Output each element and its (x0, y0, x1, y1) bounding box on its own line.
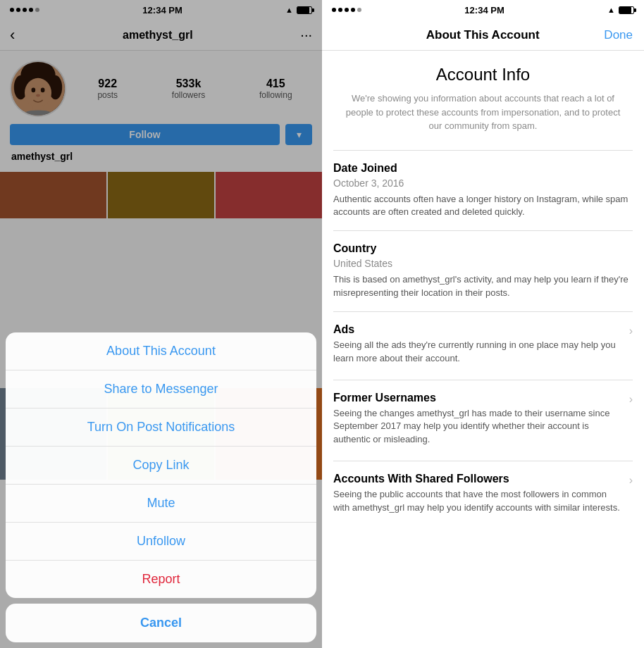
action-unfollow[interactable]: Unfollow (6, 523, 316, 561)
shared-followers-header: Accounts With Shared Followers Seeing th… (333, 473, 633, 515)
date-joined-value: October 3, 2016 (333, 177, 633, 189)
ads-title: Ads (333, 323, 624, 336)
shared-followers-text-group: Accounts With Shared Followers Seeing th… (333, 473, 624, 515)
right-signal-dots (332, 8, 361, 12)
section-date-joined: Date Joined October 3, 2016 Authentic ac… (333, 150, 633, 231)
action-group-main: About This Account Share to Messenger Tu… (6, 332, 316, 598)
right-time: 12:34 PM (464, 5, 504, 15)
right-panel: 12:34 PM ▲ About This Account Done Accou… (322, 0, 644, 648)
right-status-icons: ▲ (607, 6, 634, 14)
right-battery-icon (619, 6, 634, 14)
section-former-usernames[interactable]: Former Usernames Seeing the changes amet… (333, 380, 633, 461)
done-button[interactable]: Done (604, 28, 633, 42)
cancel-button[interactable]: Cancel (6, 604, 316, 642)
ads-chevron: › (629, 325, 633, 337)
action-copy-link[interactable]: Copy Link (6, 447, 316, 485)
left-panel: 12:34 PM ▲ ‹ amethyst_grl ··· (0, 0, 322, 648)
right-status-bar: 12:34 PM ▲ (322, 0, 644, 20)
former-usernames-header: Former Usernames Seeing the changes amet… (333, 392, 633, 447)
right-wifi-icon: ▲ (607, 6, 615, 14)
account-info-description: We're showing you information about acco… (333, 92, 633, 133)
country-desc: This is based on amethyst_grl's activity… (333, 273, 633, 300)
action-sheet: About This Account Share to Messenger Tu… (0, 332, 322, 648)
action-about-account[interactable]: About This Account (6, 332, 316, 370)
former-usernames-text-group: Former Usernames Seeing the changes amet… (333, 392, 624, 447)
ads-desc: Seeing all the ads they're currently run… (333, 339, 624, 366)
action-sheet-overlay: About This Account Share to Messenger Tu… (0, 0, 322, 648)
former-usernames-chevron: › (629, 393, 633, 406)
section-ads[interactable]: Ads Seeing all the ads they're currently… (333, 311, 633, 380)
account-info-title: Account Info (333, 65, 633, 85)
former-usernames-desc: Seeing the changes amethyst_grl has made… (333, 407, 624, 447)
action-mute[interactable]: Mute (6, 485, 316, 523)
ads-text-group: Ads Seeing all the ads they're currently… (333, 323, 624, 366)
section-country: Country United States This is based on a… (333, 230, 633, 311)
section-shared-followers[interactable]: Accounts With Shared Followers Seeing th… (333, 461, 633, 529)
country-value: United States (333, 258, 633, 269)
action-post-notifications[interactable]: Turn On Post Notifications (6, 409, 316, 447)
country-title: Country (333, 242, 633, 255)
date-joined-title: Date Joined (333, 162, 633, 175)
ads-header: Ads Seeing all the ads they're currently… (333, 323, 633, 366)
shared-followers-title: Accounts With Shared Followers (333, 473, 624, 485)
action-report[interactable]: Report (6, 561, 316, 598)
action-share-messenger[interactable]: Share to Messenger (6, 370, 316, 409)
right-nav: About This Account Done (322, 20, 644, 51)
shared-followers-chevron: › (629, 474, 633, 487)
former-usernames-title: Former Usernames (333, 392, 624, 404)
right-nav-title: About This Account (426, 28, 540, 42)
date-joined-desc: Authentic accounts often have a longer h… (333, 193, 633, 220)
right-content: Account Info We're showing you informati… (322, 51, 644, 648)
shared-followers-desc: Seeing the public accounts that have the… (333, 488, 624, 515)
